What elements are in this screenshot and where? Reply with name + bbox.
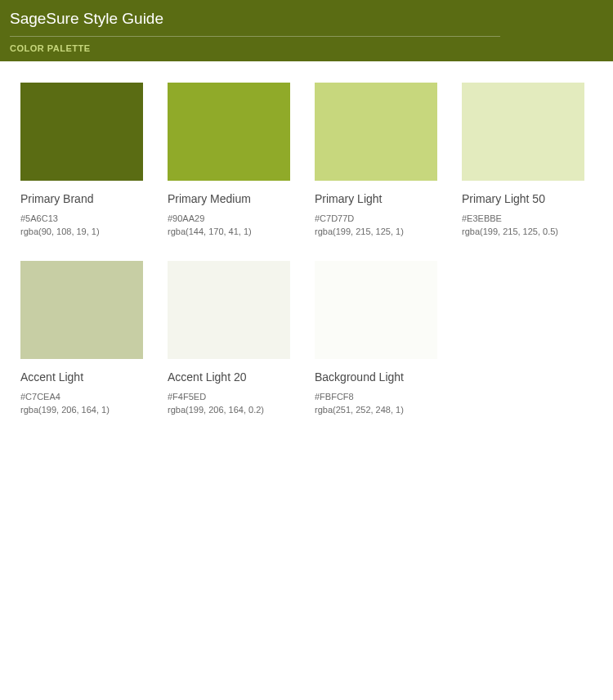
- swatch-hex: #C7CEA4: [20, 392, 143, 402]
- section-title: COLOR PALETTE: [10, 43, 603, 53]
- swatch-accent-light-20: Accent Light 20 #F4F5ED rgba(199, 206, 1…: [168, 261, 290, 415]
- swatch-name: Primary Light 50: [462, 192, 584, 205]
- swatch-color: [315, 261, 437, 359]
- swatch-color: [20, 261, 143, 359]
- swatch-rgba: rgba(199, 215, 125, 1): [315, 227, 437, 236]
- swatch-primary-light-50: Primary Light 50 #E3EBBE rgba(199, 215, …: [462, 83, 584, 236]
- content: Primary Brand #5A6C13 rgba(90, 108, 19, …: [0, 61, 613, 436]
- swatch-color: [315, 83, 437, 181]
- swatch-hex: #F4F5ED: [168, 392, 290, 402]
- swatch-primary-medium: Primary Medium #90AA29 rgba(144, 170, 41…: [168, 83, 290, 236]
- swatch-color: [168, 261, 290, 359]
- swatch-rgba: rgba(199, 206, 164, 0.2): [168, 405, 290, 415]
- page-title: SageSure Style Guide: [10, 10, 603, 36]
- header-divider: [10, 36, 500, 37]
- swatch-name: Primary Medium: [168, 192, 290, 205]
- swatch-hex: #5A6C13: [20, 213, 143, 223]
- swatch-rgba: rgba(199, 206, 164, 1): [20, 405, 143, 415]
- header: SageSure Style Guide COLOR PALETTE: [0, 0, 613, 61]
- swatch-background-light: Background Light #FBFCF8 rgba(251, 252, …: [315, 261, 437, 415]
- swatch-rgba: rgba(251, 252, 248, 1): [315, 405, 437, 415]
- swatch-name: Primary Brand: [20, 192, 143, 205]
- swatch-accent-light: Accent Light #C7CEA4 rgba(199, 206, 164,…: [20, 261, 143, 415]
- swatch-primary-light: Primary Light #C7D77D rgba(199, 215, 125…: [315, 83, 437, 236]
- swatch-color: [20, 83, 143, 181]
- swatch-grid: Primary Brand #5A6C13 rgba(90, 108, 19, …: [20, 83, 593, 415]
- swatch-name: Accent Light 20: [168, 370, 290, 384]
- swatch-name: Background Light: [315, 370, 437, 384]
- swatch-hex: #90AA29: [168, 213, 290, 223]
- swatch-hex: #E3EBBE: [462, 213, 584, 223]
- swatch-name: Primary Light: [315, 192, 437, 205]
- swatch-hex: #C7D77D: [315, 213, 437, 223]
- swatch-rgba: rgba(144, 170, 41, 1): [168, 227, 290, 236]
- swatch-rgba: rgba(90, 108, 19, 1): [20, 227, 143, 236]
- swatch-rgba: rgba(199, 215, 125, 0.5): [462, 227, 584, 236]
- swatch-color: [462, 83, 584, 181]
- swatch-hex: #FBFCF8: [315, 392, 437, 402]
- swatch-primary-brand: Primary Brand #5A6C13 rgba(90, 108, 19, …: [20, 83, 143, 236]
- swatch-color: [168, 83, 290, 181]
- swatch-name: Accent Light: [20, 370, 143, 384]
